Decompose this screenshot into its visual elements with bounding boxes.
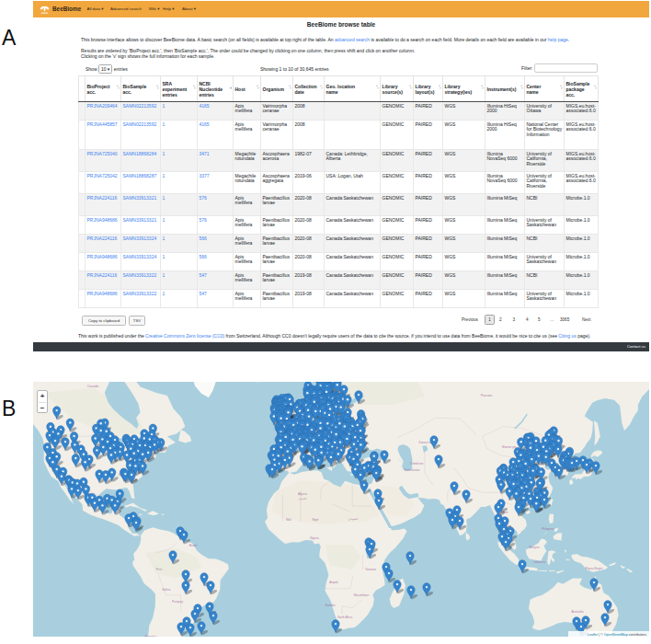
svg-text:Namibia: Namibia [325,604,335,607]
svg-text:Tanzania: Tanzania [365,568,376,571]
svg-text:Mali: Mali [286,518,291,522]
svg-text:Türkmenistan: Türkmenistan [405,468,420,472]
svg-text:Niger: Niger [312,518,318,522]
svg-text:Oʻzbekiston: Oʻzbekiston [410,461,424,466]
svg-text:Perú: Perú [156,568,163,571]
svg-text:Argentina: Argentina [145,635,157,637]
svg-text:Papua Niugini: Papua Niugini [586,567,603,570]
svg-text:Россия: Россия [481,394,492,397]
svg-text:Algeria: Algeria [298,492,307,496]
svg-text:Монгол улс: Монгол улс [502,445,517,449]
svg-text:Malaysia: Malaysia [529,546,539,549]
svg-text:Brasil: Brasil [189,544,198,547]
svg-text:السودان: السودان [348,517,359,521]
svg-text:Indonesia: Indonesia [533,560,545,564]
svg-text:Angola: Angola [329,581,338,584]
svg-text:Moçambique: Moçambique [354,593,369,597]
svg-text:South Africa: South Africa [337,615,353,619]
svg-text:Bolivia: Bolivia [163,588,171,592]
svg-text:Nigeria: Nigeria [310,536,319,540]
svg-text:Philippines: Philippines [542,527,554,531]
svg-text:الجزائر: الجزائر [298,497,307,500]
svg-text:Canada: Canada [87,385,99,388]
svg-text:Leaflet | © OpenStreetMap cont: Leaflet | © OpenStreetMap contributors [588,633,646,637]
svg-text:Australia: Australia [571,610,583,614]
svg-text:Paraguay: Paraguay [172,600,184,604]
